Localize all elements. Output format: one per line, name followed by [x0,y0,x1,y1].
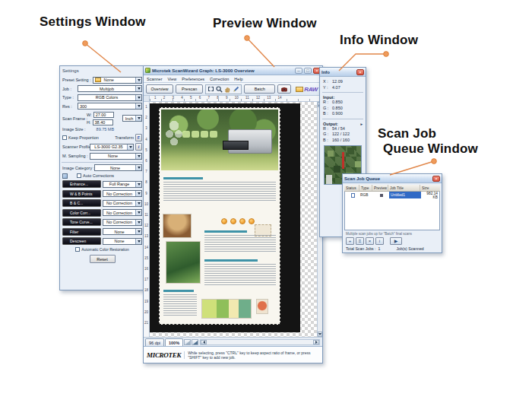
menu-correction[interactable]: Correction [210,77,229,81]
enhance-button[interactable]: Enhance... [62,180,101,188]
settings-window: Settings Preset Setting : None Job : Mul… [59,65,145,290]
queue-job-list[interactable]: RGB Untitled1 982.14 KB [344,192,440,230]
settings-window-title: Settings [60,68,144,75]
menu-scanner[interactable]: Scanner [147,77,163,81]
profile-info-button[interactable]: i [135,143,142,151]
page-plant-photo [166,241,201,284]
color-correction-button[interactable]: Color Corr... [62,209,101,217]
scanner-profile-dropdown[interactable]: LS-3000 G2.35 [90,144,134,151]
scroll-left-icon[interactable] [201,340,207,344]
width-field[interactable]: 27.00 [93,112,114,118]
preset-setting-dropdown[interactable]: None [93,77,142,84]
job-title[interactable]: Untitled1 [389,192,421,198]
color-correction-dropdown[interactable]: No Correction [103,209,142,216]
wb-points-button[interactable]: W & B Points [62,190,101,198]
minimize-button[interactable]: – [295,68,302,74]
zoom-out-tool-icon[interactable] [184,339,191,345]
column-job-title[interactable]: Job Title [388,185,420,191]
info-callout-dot [384,52,389,57]
corrections-mode-icon[interactable] [62,173,68,179]
duplicate-job-button[interactable]: ≡ [356,237,364,245]
info-close-button[interactable]: × [356,69,364,75]
job-status-icon [345,193,360,198]
preview-canvas[interactable] [150,102,322,337]
scanner-profile-label: Scanner Profile : [62,144,88,149]
horizontal-ruler-numbers: 1 2 3 4 5 6 7 8 9 10 11 12 13 14 [150,96,322,101]
scroll-down-icon[interactable] [318,332,322,337]
status-bar: MICROTEK While selecting, press "CTRL" k… [144,346,322,363]
brightness-contrast-dropdown[interactable]: No Correction [103,200,142,207]
info-titlebar[interactable]: Info × [320,68,366,77]
input-r-readout: R :0.850 [320,100,366,106]
scan-job-queue-window: Scan Job Queue × Status Type Preview Job… [342,173,442,253]
maximize-button[interactable]: □ [304,68,312,74]
job-dropdown[interactable]: Multijob [78,85,142,92]
overview-button[interactable]: Overview [146,84,173,94]
pan-hand-icon[interactable] [224,86,231,93]
prescan-button[interactable]: Prescan [176,84,203,94]
raw-folder-icon [296,87,303,92]
tone-curve-dropdown[interactable]: No Correction [103,219,142,226]
page-paragraph [163,182,276,202]
pencil-icon[interactable] [233,86,239,93]
reset-button[interactable]: Reset [90,255,116,263]
queue-titlebar[interactable]: Scan Job Queue × [343,174,442,183]
transform-button[interactable]: F [135,134,142,141]
add-job-button[interactable]: + [346,237,354,245]
column-size[interactable]: Size [420,185,440,191]
preset-setting-value: None [103,78,135,82]
horizontal-scrollbar[interactable] [200,339,320,345]
descreen-dropdown[interactable]: None [103,238,142,245]
menu-view[interactable]: View [168,77,177,81]
descreen-button[interactable]: Descreen [62,237,101,245]
tone-curve-button[interactable]: Tone Curve... [62,218,101,226]
tab-100pct[interactable]: 100% [165,338,183,346]
filter-dropdown[interactable]: None [103,228,142,235]
scan-button[interactable] [277,84,291,94]
scan-job-button[interactable]: ▶ [390,237,402,245]
unit-dropdown[interactable]: Inch [122,115,142,122]
wb-points-dropdown[interactable]: No Correction [103,190,142,197]
tab-96dpi[interactable]: 96 dpi [145,338,164,346]
scroll-right-icon[interactable] [313,340,319,344]
column-type[interactable]: Type [359,185,372,191]
res-dropdown[interactable]: 300 [78,103,142,110]
brightness-contrast-icon [65,202,68,205]
queue-close-button[interactable]: × [432,176,440,182]
preset-setting-label: Preset Setting : [62,78,91,82]
page-orange-dot [230,218,236,224]
queue-job-row[interactable]: RGB Untitled1 982.14 KB [345,192,439,198]
batch-button[interactable]: Batch [244,84,275,94]
filter-button[interactable]: Filter [62,228,101,236]
m-sampling-dropdown[interactable]: None [90,153,142,160]
enhance-dropdown[interactable]: Full Range [103,181,142,188]
total-jobs-label: Total Scan Jobs : [346,246,376,251]
scanned-page-preview[interactable] [159,107,280,325]
auto-corrections-checkbox[interactable] [77,173,81,178]
zoom-in-tool-icon[interactable] [192,339,198,345]
frame-select-icon[interactable] [207,86,214,93]
menu-preferences[interactable]: Preferences [182,77,204,81]
height-field[interactable]: 38.40 [93,119,113,125]
column-status[interactable]: Status [344,185,359,191]
vertical-ruler: 1 2 3 4 5 6 7 8 9 10 11 12 13 14 15 16 1… [144,102,150,337]
brightness-contrast-button[interactable]: B & C... [62,199,101,207]
page-title-glyph [201,131,208,138]
filter-icon [65,230,68,233]
column-preview[interactable]: Preview [372,185,388,191]
menu-help[interactable]: Help [234,77,242,81]
image-category-dropdown[interactable]: None [94,164,142,171]
image-category-value: None [95,166,135,170]
job-info-button[interactable]: i [375,237,384,245]
pixel-marker-line [342,152,344,169]
preview-titlebar[interactable]: Microtek ScanWizard Graph: LS-3000 Overv… [144,66,322,75]
auto-color-restoration-checkbox[interactable] [75,247,80,252]
raw-button[interactable]: RAW [293,84,320,94]
keep-proportion-checkbox[interactable] [62,135,67,140]
delete-job-button[interactable]: × [366,237,374,245]
info-window-label: Info Window [340,33,418,48]
tutorial-page: { "colors": { "callout_orange": "#e1874a… [0,0,532,419]
magnifier-icon[interactable] [216,86,223,93]
folder-icon [95,78,101,82]
type-dropdown[interactable]: RGB Colors [78,94,142,101]
